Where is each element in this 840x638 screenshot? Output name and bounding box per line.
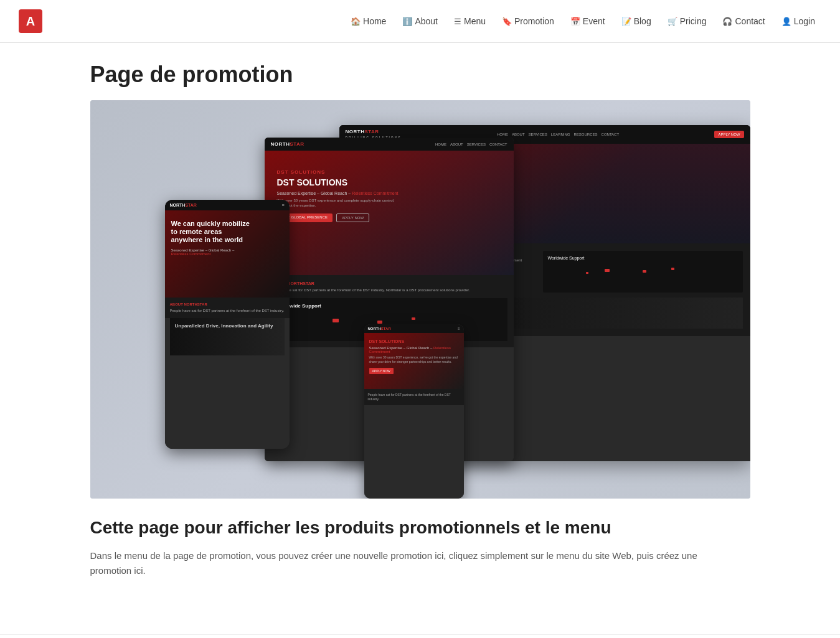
nav-item-promotion[interactable]: 🔖 Promotion bbox=[496, 12, 560, 30]
nav-link-home[interactable]: 🏠 Home bbox=[344, 12, 392, 30]
home-icon: 🏠 bbox=[351, 17, 361, 26]
logo-icon: A bbox=[19, 9, 42, 33]
nav-link-menu[interactable]: ☰ Menu bbox=[448, 12, 492, 30]
nav-link-promotion[interactable]: 🔖 Promotion bbox=[496, 12, 560, 30]
tablet-nav: HOME ABOUT SERVICES CONTACT bbox=[435, 143, 507, 146]
phone2-hero: DST SOLUTIONS Seasoned Expertise – Globa… bbox=[364, 333, 464, 389]
nav-item-login[interactable]: 👤 Login bbox=[775, 12, 821, 30]
nav-link-login[interactable]: 👤 Login bbox=[775, 12, 821, 30]
phone2-screen: NORTHSTAR ≡ DST SOLUTIONS Seasoned Exper… bbox=[364, 324, 464, 499]
tablet-header: NORTHSTAR HOME ABOUT SERVICES CONTACT bbox=[265, 138, 514, 151]
nav-item-about[interactable]: ℹ️ About bbox=[396, 12, 444, 30]
desktop-cta: APPLY NOW bbox=[714, 131, 743, 138]
nav-item-home[interactable]: 🏠 Home bbox=[344, 12, 392, 30]
phone-banner: Unparalleled Drive, Innovation and Agili… bbox=[170, 318, 285, 355]
section-text: Dans le menu de la page de promotion, vo… bbox=[90, 548, 701, 578]
tablet-logo: NORTHSTAR bbox=[271, 141, 304, 147]
mockup-scene: NORTHSTAR DRILLING SOLUTIONS HOME ABOUT … bbox=[90, 100, 750, 499]
tablet-hero: DST SOLUTIONS DST SOLUTIONS Seasoned Exp… bbox=[265, 151, 514, 275]
device-phone: NORTHSTAR ≡ We can quickly mobilizeto re… bbox=[165, 200, 290, 449]
device-phone2: NORTHSTAR ≡ DST SOLUTIONS Seasoned Exper… bbox=[364, 324, 464, 499]
nav-item-contact[interactable]: 🎧 Contact bbox=[716, 12, 771, 30]
pricing-icon: 🛒 bbox=[668, 17, 677, 26]
main-nav: A 🏠 Home ℹ️ About ☰ Menu 🔖 Promotion bbox=[0, 0, 840, 43]
phone2-header: NORTHSTAR ≡ bbox=[364, 324, 464, 333]
menu-icon: ☰ bbox=[454, 17, 461, 26]
phone-hero-text: We can quickly mobilizeto remote areasan… bbox=[171, 220, 250, 245]
brand-logo[interactable]: A bbox=[19, 9, 42, 33]
phone-header: NORTHSTAR ≡ bbox=[165, 200, 290, 210]
nav-links: 🏠 Home ℹ️ About ☰ Menu 🔖 Promotion 📅 bbox=[344, 12, 821, 30]
page-title: Page de promotion bbox=[90, 62, 750, 88]
promotion-icon: 🔖 bbox=[502, 17, 512, 26]
tablet-hero-content: DST SOLUTIONS DST SOLUTIONS Seasoned Exp… bbox=[277, 169, 402, 222]
phone-body: ABOUT NORTHSTAR People have sat for DST … bbox=[165, 298, 290, 318]
nav-item-pricing[interactable]: 🛒 Pricing bbox=[661, 12, 713, 30]
nav-link-event[interactable]: 📅 Event bbox=[564, 12, 611, 30]
main-content: Page de promotion NORTHSTAR DRILLING SOL… bbox=[78, 43, 763, 616]
contact-icon: 🎧 bbox=[722, 17, 732, 26]
phone-hero: We can quickly mobilizeto remote areasan… bbox=[165, 210, 290, 298]
nav-link-pricing[interactable]: 🛒 Pricing bbox=[661, 12, 713, 30]
nav-link-about[interactable]: ℹ️ About bbox=[396, 12, 444, 30]
event-icon: 📅 bbox=[570, 17, 580, 26]
nav-item-event[interactable]: 📅 Event bbox=[564, 12, 611, 30]
nav-link-blog[interactable]: 📝 Blog bbox=[615, 12, 658, 30]
desktop-nav: HOME ABOUT SERVICES LEARNING RESOURCES C… bbox=[497, 133, 619, 136]
blog-icon: 📝 bbox=[621, 17, 631, 26]
login-icon: 👤 bbox=[781, 17, 791, 26]
footer: build with unipos web apps bbox=[0, 634, 840, 638]
phone-screen: NORTHSTAR ≡ We can quickly mobilizeto re… bbox=[165, 200, 290, 449]
nav-link-contact[interactable]: 🎧 Contact bbox=[716, 12, 771, 30]
map-container: Worldwide Support bbox=[543, 251, 743, 293]
nav-item-menu[interactable]: ☰ Menu bbox=[448, 12, 492, 30]
promo-image: NORTHSTAR DRILLING SOLUTIONS HOME ABOUT … bbox=[90, 100, 750, 499]
nav-item-blog[interactable]: 📝 Blog bbox=[615, 12, 658, 30]
phone2-body: People have sat for DST partners at the … bbox=[364, 389, 464, 405]
about-icon: ℹ️ bbox=[402, 17, 412, 26]
section-heading: Cette page pour afficher les produits pr… bbox=[90, 517, 750, 538]
